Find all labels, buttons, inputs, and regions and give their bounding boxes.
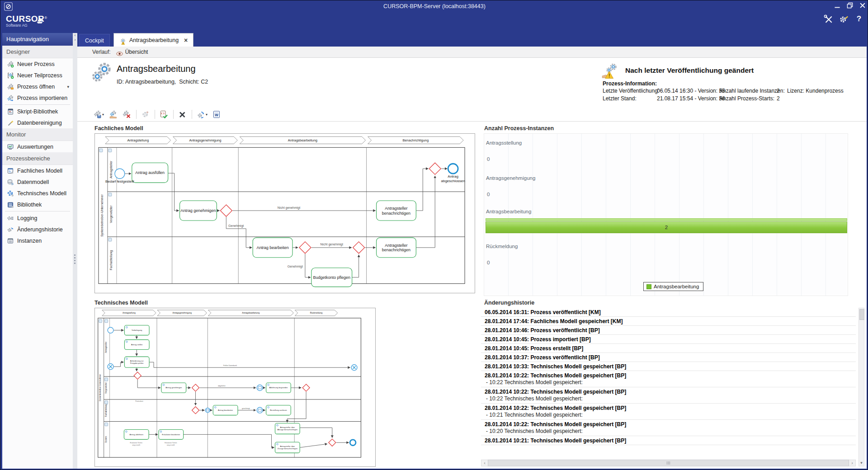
toolbar-remove-button[interactable] bbox=[177, 109, 188, 120]
scrollbar-thumb[interactable] bbox=[488, 460, 849, 466]
help-icon[interactable]: ? bbox=[855, 14, 863, 24]
svg-text:Fachabteilung: Fachabteilung bbox=[109, 250, 113, 270]
sidebar-item-datenbereinigung[interactable]: Datenbereinigung bbox=[2, 117, 73, 128]
chart-value: 0 bbox=[487, 192, 490, 197]
toolbar-delete-process-button[interactable] bbox=[122, 109, 132, 120]
chart-category-label: Antragsbearbeitung bbox=[486, 209, 531, 214]
changed-warning-icon bbox=[602, 63, 620, 80]
sidebar-item-anderungshistorie[interactable]: Änderungshistorie bbox=[2, 224, 73, 235]
toolbar-export-word-button[interactable]: W bbox=[212, 109, 222, 120]
sidebar-item-prozess-importieren[interactable]: Prozess importieren bbox=[2, 92, 73, 103]
sidebar-item-neuer-teilprozess[interactable]: Neuer Teilprozess bbox=[2, 70, 73, 81]
sidebar-item-auswertungen[interactable]: Auswertungen bbox=[2, 141, 73, 152]
data-model-icon bbox=[7, 179, 14, 186]
history-entry[interactable]: 28.01.2014 10:46: Prozess veröffentlicht… bbox=[481, 326, 856, 335]
bpmn-diagram-fachlich[interactable]: AntragstellungAntragsgenehmigungAntragsb… bbox=[95, 134, 475, 293]
breadcrumb-uebersicht[interactable]: Übersicht bbox=[125, 49, 148, 55]
chart-value: 0 bbox=[487, 156, 490, 162]
sidebar-item-label: Logging bbox=[17, 215, 38, 221]
toolbar-validate-script-button[interactable] bbox=[159, 109, 169, 120]
app-window: CURSOR-BPM-Server (localhost:38443) CURS… bbox=[0, 0, 868, 470]
bpmn-diagram-technisch[interactable]: AntragstellungAntragsgenehmigungAntragsb… bbox=[95, 308, 375, 466]
legend-swatch bbox=[646, 284, 651, 289]
history-entry[interactable]: 28.01.2014 10:21: Technisches Modell ges… bbox=[481, 436, 856, 445]
chart-bar-highlight bbox=[486, 218, 847, 221]
fachliches-modell-panel[interactable]: AntragstellungAntragsgenehmigungAntragsb… bbox=[94, 133, 475, 293]
chevron-down-icon[interactable]: ▾ bbox=[102, 113, 104, 117]
tab-close-icon[interactable]: × bbox=[184, 33, 188, 47]
tab-cockpit[interactable]: Cockpit bbox=[79, 34, 110, 47]
history-horizontal-scrollbar[interactable]: ‹ › bbox=[481, 460, 856, 466]
history-entry[interactable]: 28.01.2014 10:37: Prozess veröffentlicht… bbox=[481, 353, 856, 362]
close-button[interactable] bbox=[859, 2, 866, 9]
history-entry[interactable]: 28.01.2014 10:33: Technisches Modell ges… bbox=[481, 362, 856, 371]
history-entry[interactable]: 06.05.2014 16:31: Prozess veröffentlicht… bbox=[481, 308, 856, 317]
history-entry-text: 28.01.2014 10:45: Prozess importiert [BP… bbox=[485, 336, 852, 343]
services-icon[interactable] bbox=[839, 14, 849, 24]
toolbar-save-process-button[interactable]: ▾ bbox=[92, 109, 105, 120]
history-entry-detail: - 10:21 Technisches Modell gespeichert: bbox=[485, 411, 852, 418]
separator bbox=[155, 110, 155, 119]
history-entry[interactable]: 28.01.2014 17:44: Fachliches Modell gesp… bbox=[481, 317, 856, 326]
history-entry[interactable]: 28.01.2014 10:45: Prozess importiert [BP… bbox=[481, 335, 856, 344]
svg-text:System: System bbox=[105, 436, 107, 443]
sidebar-item-label: Bibliothek bbox=[17, 202, 42, 208]
sidebar-item-label: Neuer Prozess bbox=[17, 61, 55, 67]
svg-text:Antragsbearbeitung: Antragsbearbeitung bbox=[288, 138, 317, 142]
svg-text:Fehler Datenbank: Fehler Datenbank bbox=[223, 365, 237, 367]
sidebar-item-logging[interactable]: Logging bbox=[2, 212, 73, 224]
sidebar-splitter[interactable]: ‹ › bbox=[73, 33, 77, 469]
technisches-modell-panel[interactable]: AntragstellungAntragsgenehmigungAntragsb… bbox=[94, 308, 376, 467]
chart-category-label: Antragsstellung bbox=[486, 140, 522, 146]
history-entry[interactable]: 28.01.2014 10:22: Technisches Modell ges… bbox=[481, 420, 856, 436]
process-gears-icon bbox=[91, 62, 113, 84]
svg-text:Nicht genehmigt: Nicht genehmigt bbox=[321, 243, 343, 246]
sidebar-item-datenmodell[interactable]: Datenmodell bbox=[2, 176, 73, 188]
expand-right-icon[interactable]: › bbox=[73, 38, 77, 42]
sidebar-section-prozessbereiche: Prozessbereiche bbox=[2, 152, 73, 165]
svg-text:Genehmigt: Genehmigt bbox=[288, 265, 303, 268]
instances-icon bbox=[7, 237, 14, 244]
sidebar-item-skript-bibliothek[interactable]: Skript-Bibliothek bbox=[2, 106, 73, 117]
tools-icon[interactable] bbox=[823, 14, 833, 24]
svg-text:Absage benachrichtigen: Absage benachrichtigen bbox=[278, 428, 298, 431]
sidebar-item-neuer-prozess[interactable]: Neuer Prozess bbox=[2, 58, 73, 70]
svg-text:Nicht genehmigt: Nicht genehmigt bbox=[278, 206, 300, 210]
sidebar-section-monitor: Monitor bbox=[2, 128, 73, 141]
sidebar-item-fachliches-modell[interactable]: Fachliches Modell bbox=[2, 165, 73, 176]
svg-text:Freigabe prüfen: Freigabe prüfen bbox=[130, 362, 144, 364]
scroll-right-icon[interactable]: › bbox=[849, 460, 855, 466]
toolbar-instance-tools-button[interactable] bbox=[140, 109, 151, 120]
toolbar-refresh-process-button[interactable]: ▾ bbox=[196, 109, 208, 120]
restore-button[interactable] bbox=[847, 2, 853, 9]
sidebar-item-label: Änderungshistorie bbox=[17, 226, 63, 233]
breadcrumb: Verlauf: Übersicht bbox=[77, 47, 867, 58]
history-vertical-scrollbar[interactable]: ▼ bbox=[859, 308, 864, 466]
scrollbar-thumb[interactable] bbox=[859, 309, 864, 320]
history-entry[interactable]: 28.01.2014 10:45: Prozess erstellt [BP] bbox=[481, 344, 856, 353]
titlebar-actions: ? bbox=[823, 14, 863, 24]
chevron-down-icon[interactable]: ▾ bbox=[206, 113, 208, 117]
svg-text:Antragsgenehmigung: Antragsgenehmigung bbox=[189, 138, 221, 142]
svg-text:Antrag genehmigen: Antrag genehmigen bbox=[180, 208, 216, 213]
tab-label: Antragsbearbeitung bbox=[129, 33, 179, 47]
scroll-left-icon[interactable]: ‹ bbox=[481, 460, 488, 466]
history-entry[interactable]: 28.01.2014 10:22: Technisches Modell ges… bbox=[481, 404, 856, 420]
tab-antragsbearbeitung[interactable]: Antragsbearbeitung × bbox=[113, 33, 193, 47]
svg-text:Antragstellung: Antragstellung bbox=[127, 138, 149, 142]
sidebar-item-instanzen[interactable]: Instanzen bbox=[2, 235, 73, 246]
collapse-left-icon[interactable]: ‹ bbox=[73, 33, 77, 38]
process-toolbar: ▾▾W bbox=[77, 108, 867, 122]
sidebar-item-prozess-offnen[interactable]: Prozess öffnen▾ bbox=[2, 81, 73, 92]
chevron-down-icon[interactable]: ▾ bbox=[67, 85, 69, 89]
history-entry[interactable]: 28.01.2014 10:22: Technisches Modell ges… bbox=[481, 387, 856, 404]
toolbar-publish-process-button[interactable] bbox=[108, 109, 118, 120]
sidebar-item-bibliothek[interactable]: Bibliothek bbox=[2, 199, 73, 210]
process-warning-icon bbox=[119, 37, 127, 44]
minimize-button[interactable] bbox=[834, 2, 840, 9]
scroll-down-icon[interactable]: ▼ bbox=[859, 460, 864, 466]
history-entry[interactable]: 28.01.2014 10:22: Technisches Modell ges… bbox=[481, 371, 856, 387]
svg-text:Antrag bearbeiten: Antrag bearbeiten bbox=[218, 409, 233, 411]
svg-text:weg erstellt: weg erstellt bbox=[167, 444, 175, 446]
sidebar-item-technisches-modell[interactable]: Technisches Modell bbox=[2, 188, 73, 199]
